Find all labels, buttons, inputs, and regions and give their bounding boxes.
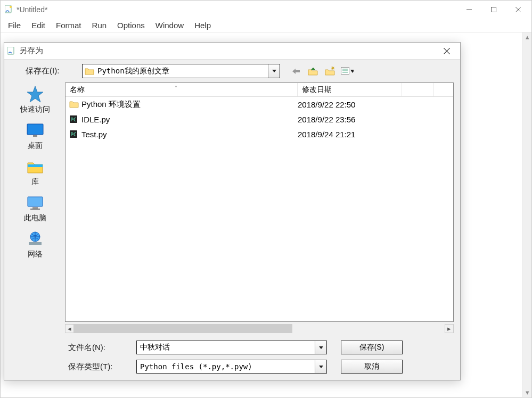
window-title: *Untitled* (17, 5, 457, 14)
filetype-combo[interactable]: Python files (*.py,*.pyw) (136, 360, 327, 374)
scroll-left-icon[interactable]: ◂ (65, 324, 74, 333)
svg-marker-11 (311, 68, 315, 70)
dialog-title: 另存为 (19, 46, 437, 56)
svg-rect-27 (30, 209, 40, 210)
dialog-icon (7, 47, 16, 55)
svg-marker-34 (319, 346, 323, 349)
svg-rect-26 (32, 207, 38, 209)
sidebar-item-desktop[interactable]: 桌面 (13, 120, 57, 153)
sidebar-item-this-pc[interactable]: 此电脑 (13, 192, 57, 225)
up-one-level-icon[interactable] (307, 65, 320, 77)
dialog-close-button[interactable] (437, 44, 457, 58)
scroll-down-icon[interactable]: ▾ (523, 388, 532, 397)
sidebar-item-network[interactable]: 网络 (13, 228, 57, 261)
sort-ascending-icon: ˄ (175, 85, 177, 91)
file-name: IDLE.py (81, 115, 298, 124)
svg-marker-21 (27, 86, 43, 102)
svg-marker-9 (272, 70, 276, 72)
this-pc-icon (24, 193, 46, 212)
dialog-body: 保存在(I): Python我的原创文章 (4, 60, 460, 380)
menu-run[interactable]: Run (87, 19, 112, 31)
file-list-area: 名称 ˄ 修改日期 Python 环境设置 2018/9/22 22:50 (65, 82, 454, 333)
sidebar-item-label: 库 (31, 177, 39, 187)
svg-point-1 (10, 6, 12, 8)
menu-options[interactable]: Options (112, 19, 150, 31)
file-name: Python 环境设置 (81, 100, 298, 110)
menu-help[interactable]: Help (189, 19, 216, 31)
column-date[interactable]: 修改日期 (298, 83, 402, 96)
file-list-horizontal-scrollbar[interactable]: ◂ ▸ (65, 324, 454, 333)
sidebar-item-libraries[interactable]: 库 (13, 156, 57, 189)
dialog-titlebar: 另存为 (4, 43, 460, 60)
folder-icon (69, 99, 79, 110)
filename-dropdown-button[interactable] (315, 341, 326, 354)
sidebar-item-label: 网络 (28, 250, 43, 259)
file-list: 名称 ˄ 修改日期 Python 环境设置 2018/9/22 22:50 (65, 82, 454, 322)
maximize-button[interactable] (481, 2, 506, 18)
menu-window[interactable]: Window (150, 19, 189, 31)
file-list-header: 名称 ˄ 修改日期 (66, 83, 453, 97)
file-date: 2018/9/22 23:56 (298, 115, 402, 124)
svg-text:PC: PC (71, 117, 77, 122)
filename-row: 文件名(N): 中秋对话 保存(S) (68, 341, 454, 354)
main-titlebar: *Untitled* (1, 1, 531, 19)
sidebar-item-label: 此电脑 (24, 213, 46, 223)
libraries-icon (24, 157, 46, 176)
back-icon[interactable] (290, 65, 302, 77)
scroll-thumb[interactable] (74, 324, 292, 333)
scroll-up-icon[interactable]: ▴ (523, 32, 532, 42)
svg-rect-3 (492, 7, 496, 12)
filename-value[interactable]: 中秋对话 (137, 343, 315, 352)
desktop-icon (24, 121, 46, 140)
save-in-label: 保存在(I): (26, 66, 82, 76)
filetype-value: Python files (*.py,*.pyw) (137, 362, 315, 371)
save-in-combo[interactable]: Python我的原创文章 (82, 64, 280, 78)
sidebar-item-label: 快速访问 (20, 105, 50, 114)
svg-marker-35 (319, 366, 323, 368)
file-date: 2018/9/22 22:50 (298, 100, 402, 109)
column-type[interactable] (402, 83, 434, 96)
nav-toolbar (290, 65, 354, 77)
menubar: File Edit Format Run Options Window Help (1, 19, 531, 32)
table-row[interactable]: Python 环境设置 2018/9/22 22:50 (66, 97, 453, 112)
menu-edit[interactable]: Edit (26, 19, 51, 31)
places-sidebar: 快速访问 桌面 库 此电脑 (11, 82, 60, 333)
save-as-dialog: 另存为 保存在(I): Python我的原创文章 (4, 42, 461, 380)
svg-marker-10 (292, 69, 300, 74)
close-button[interactable] (506, 2, 530, 18)
file-list-rows: Python 环境设置 2018/9/22 22:50 PC IDLE.py 2… (66, 97, 453, 321)
svg-rect-24 (28, 164, 43, 167)
menu-format[interactable]: Format (51, 19, 87, 31)
filetype-dropdown-button[interactable] (315, 360, 326, 373)
minimize-button[interactable] (457, 2, 481, 18)
filetype-row: 保存类型(T): Python files (*.py,*.pyw) 取消 (68, 360, 454, 374)
svg-rect-29 (29, 242, 42, 245)
menu-file[interactable]: File (3, 19, 26, 31)
table-row[interactable]: PC Test.py 2018/9/24 21:21 (66, 127, 453, 142)
cancel-button[interactable]: 取消 (341, 360, 403, 374)
file-date: 2018/9/24 21:21 (298, 130, 402, 139)
sidebar-item-label: 桌面 (28, 141, 43, 151)
sidebar-item-quick-access[interactable]: 快速访问 (13, 84, 57, 117)
save-in-dropdown-button[interactable] (268, 64, 280, 78)
filename-label: 文件名(N): (68, 343, 136, 353)
python-idle-icon (5, 5, 13, 14)
network-icon (24, 229, 46, 248)
view-menu-icon[interactable] (341, 65, 354, 77)
svg-rect-6 (7, 47, 14, 54)
save-button[interactable]: 保存(S) (341, 341, 403, 354)
column-name[interactable]: 名称 (66, 83, 298, 96)
new-folder-icon[interactable] (324, 65, 337, 77)
filename-combo[interactable]: 中秋对话 (136, 341, 327, 354)
scroll-right-icon[interactable]: ▸ (445, 324, 454, 333)
scroll-track[interactable] (74, 324, 445, 333)
dialog-middle: 快速访问 桌面 库 此电脑 (11, 82, 454, 333)
svg-rect-25 (28, 197, 43, 206)
filetype-label: 保存类型(T): (68, 362, 136, 372)
svg-rect-23 (33, 135, 37, 137)
svg-marker-20 (350, 70, 354, 73)
save-in-value: Python我的原创文章 (96, 67, 268, 76)
table-row[interactable]: PC IDLE.py 2018/9/22 23:56 (66, 112, 453, 127)
main-vertical-scrollbar[interactable]: ▴ ▾ (522, 32, 531, 397)
svg-text:PC: PC (71, 132, 77, 137)
